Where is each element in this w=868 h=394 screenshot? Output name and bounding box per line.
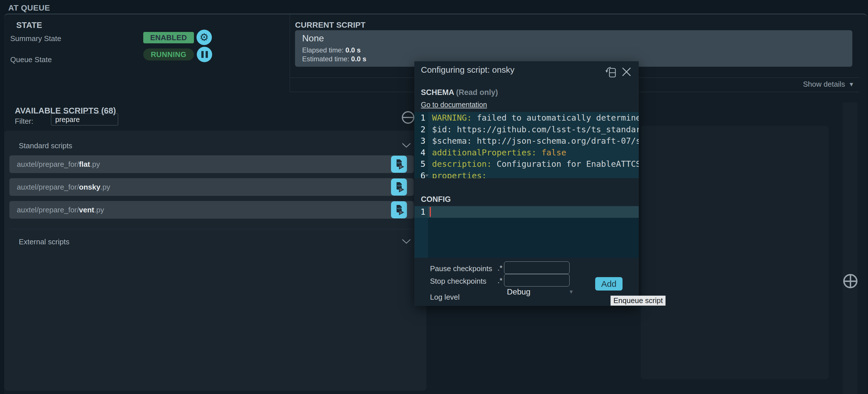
external-scripts-header[interactable]: External scripts <box>19 237 69 246</box>
enqueue-script-tooltip: Enqueue script <box>611 296 665 306</box>
schema-heading: SCHEMA (Read only) <box>421 88 498 97</box>
configure-script-button[interactable]: </> <box>391 201 407 218</box>
queue-panel <box>641 126 829 379</box>
pause-checkpoints-pattern: .* <box>497 264 502 273</box>
documentation-link[interactable]: Go to documentation <box>421 101 487 109</box>
summary-state-badge: ENABLED <box>143 32 194 43</box>
log-level-value: Debug <box>507 287 531 297</box>
text-caret <box>430 207 431 217</box>
config-line-numbers: 1 <box>414 206 428 258</box>
log-level-label: Log level <box>430 293 460 302</box>
launch-script-icon: </> <box>394 181 404 192</box>
fold-caret-icon <box>425 174 429 177</box>
queue-state-label: Queue State <box>10 55 52 64</box>
divider <box>9 229 413 229</box>
gear-icon: ⚙ <box>199 32 209 43</box>
script-row-flat[interactable]: auxtel/prepare_for/flat.py </> <box>9 156 414 173</box>
current-script-name: None <box>302 33 324 44</box>
pause-checkpoints-input[interactable] <box>504 261 569 274</box>
side-strip <box>843 102 858 394</box>
filter-input[interactable] <box>51 113 118 125</box>
modal-title: Configuring script: onsky <box>421 65 514 75</box>
page-title: AT QUEUE <box>8 3 50 12</box>
log-level-select[interactable]: Debug ▼ <box>507 287 574 297</box>
chevron-down-icon[interactable] <box>402 238 411 244</box>
filter-label: Filter: <box>15 117 33 126</box>
config-code[interactable] <box>428 206 639 258</box>
config-heading: CONFIG <box>421 195 451 204</box>
launch-script-icon: </> <box>394 159 404 170</box>
schema-readonly-label: (Read only) <box>456 88 498 97</box>
pause-icon <box>202 51 208 58</box>
configure-script-button[interactable]: </> <box>391 178 407 196</box>
elapsed-time-value: 0.0 s <box>345 46 361 54</box>
standard-scripts-header[interactable]: Standard scripts <box>19 141 72 150</box>
queue-state-badge: RUNNING <box>143 49 194 60</box>
estimated-time: Estimated time: 0.0 s <box>302 55 366 63</box>
current-script-title: CURRENT SCRIPT <box>295 21 365 30</box>
show-details-toggle[interactable]: Show details ▼ <box>740 80 854 89</box>
schema-editor[interactable]: 1 2 3 4 5 6 WARNING: failed to automatic… <box>414 112 639 178</box>
configure-script-modal: Configuring script: onsky SCHEMA (Read o… <box>414 61 639 306</box>
script-row-onsky[interactable]: auxtel/prepare_for/onsky.py </> <box>9 178 414 196</box>
summary-state-settings-button[interactable]: ⚙ <box>196 30 212 45</box>
add-button[interactable]: Add <box>595 277 622 290</box>
schema-code: WARNING: failed to automatically determi… <box>428 112 639 178</box>
active-line-highlight <box>428 206 639 218</box>
config-editor[interactable]: 1 <box>414 206 639 258</box>
state-section-title: STATE <box>16 21 42 30</box>
stop-checkpoints-label: Stop checkpoints <box>430 277 487 286</box>
pause-checkpoints-label: Pause checkpoints <box>430 264 492 273</box>
summary-state-label: Summary State <box>10 34 61 43</box>
svg-text:</>: </> <box>397 207 402 210</box>
svg-text:</>: </> <box>397 184 402 187</box>
estimated-time-value: 0.0 s <box>351 55 366 63</box>
svg-text:</>: </> <box>397 161 402 164</box>
launch-script-icon: </> <box>394 204 404 215</box>
chevron-down-icon: ▼ <box>848 81 854 88</box>
chevron-down-icon: ▼ <box>568 289 574 295</box>
configure-script-button[interactable]: </> <box>391 156 407 173</box>
script-row-vent[interactable]: auxtel/prepare_for/vent.py </> <box>9 201 414 219</box>
collapse-scripts-icon[interactable] <box>402 111 414 124</box>
elapsed-time: Elapsed time: 0.0 s <box>302 46 361 54</box>
stop-checkpoints-input[interactable] <box>504 274 569 286</box>
stop-checkpoints-pattern: .* <box>497 276 502 285</box>
close-icon[interactable] <box>621 66 632 77</box>
schema-line-numbers: 1 2 3 4 5 6 <box>414 112 428 178</box>
crosshair-icon[interactable] <box>843 274 858 288</box>
pause-queue-button[interactable] <box>197 47 212 62</box>
chevron-down-icon[interactable] <box>402 143 411 148</box>
reload-schema-icon[interactable] <box>604 66 618 79</box>
